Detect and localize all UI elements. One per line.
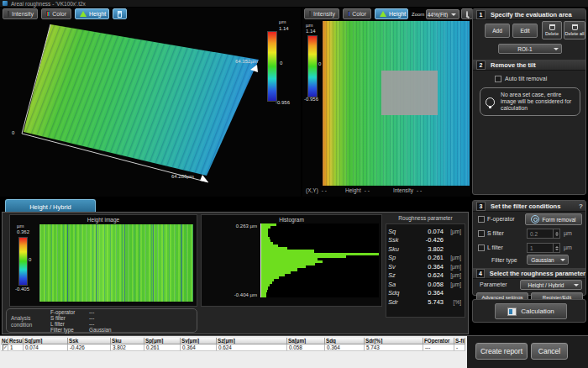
rname: Sdq bbox=[388, 289, 408, 297]
add-label: Add bbox=[492, 28, 502, 34]
histogram-bar-27 bbox=[261, 295, 266, 297]
height-button-2d[interactable]: Height bbox=[375, 8, 408, 19]
histogram-max-label: 0.263 µm bbox=[213, 223, 257, 229]
table-col-8[interactable]: Sa[µm] bbox=[287, 338, 325, 344]
histogram-min-label: -0.404 µm bbox=[210, 292, 257, 297]
runit: [µm] bbox=[444, 272, 463, 278]
table-cell-12: - bbox=[454, 344, 465, 351]
form-removal-button[interactable]: Form removal bbox=[525, 213, 582, 225]
filter-type-select[interactable]: Gaussian bbox=[527, 255, 569, 265]
titlebar: Areal roughness - 'VK100x'.t2x bbox=[0, 0, 588, 8]
roughness-row-Sdr: Sdr5.743[%] bbox=[388, 297, 463, 307]
intensity-icon bbox=[309, 11, 311, 17]
table-col-3[interactable]: Ssk bbox=[68, 338, 111, 344]
edit-button[interactable]: Edit bbox=[512, 24, 538, 38]
parameter-select[interactable]: Height / Hybrid bbox=[520, 280, 582, 290]
roughness-row-Sdq: Sdq0.364 bbox=[388, 289, 463, 298]
condition-row-S filter: S filter--- bbox=[50, 315, 195, 321]
surface-3d-render[interactable] bbox=[0, 21, 301, 196]
rval: 5.743 bbox=[408, 298, 444, 306]
calculation-panel: Calculation bbox=[472, 299, 586, 323]
table-row[interactable]: ✓10.074-0.4263.8020.2610.3640.6240.0580.… bbox=[1, 344, 465, 351]
zoom-select[interactable]: 44%(Fit) bbox=[426, 9, 459, 19]
zoom-value: 44%(Fit) bbox=[427, 12, 449, 18]
height-status-value: - - bbox=[365, 187, 370, 193]
table-col-12[interactable]: S-filter bbox=[454, 338, 465, 344]
view-3d-button[interactable] bbox=[113, 8, 127, 19]
auto-tilt-label: Auto tilt removal bbox=[505, 76, 547, 81]
calculation-icon bbox=[507, 308, 517, 316]
roi-select[interactable]: ROI-1 bbox=[498, 44, 562, 54]
roi-rectangle[interactable] bbox=[381, 71, 438, 115]
table-col-10[interactable]: Sdr[%] bbox=[365, 338, 423, 344]
axis-origin-label: 0 bbox=[12, 130, 14, 135]
height-image[interactable] bbox=[39, 224, 193, 302]
table-col-7[interactable]: Sz[µm] bbox=[217, 338, 287, 344]
condition-name: Filter type bbox=[50, 327, 89, 333]
analysis-panel: Height image µm 0.362 0 -0.405 Histogram… bbox=[2, 212, 469, 334]
intensity-button-3d[interactable]: Intensity bbox=[3, 8, 38, 19]
calculation-button[interactable]: Calculation bbox=[495, 303, 567, 319]
intensity-label: Intensity bbox=[12, 11, 34, 17]
rname: Sa bbox=[388, 281, 408, 288]
heightmap-2d-image[interactable] bbox=[323, 21, 470, 186]
table-cell-10: 5.743 bbox=[365, 344, 423, 351]
table-col-4[interactable]: Sku bbox=[111, 338, 144, 344]
xy-value: - - bbox=[322, 187, 327, 193]
s-filter-label: S filter bbox=[487, 230, 504, 236]
table-cell-5: 0.261 bbox=[144, 344, 181, 351]
condition-value: --- bbox=[89, 315, 195, 321]
runit: [µm] bbox=[444, 255, 463, 260]
delete-button[interactable]: Delete bbox=[542, 21, 562, 39]
table-col-9[interactable]: Sdq bbox=[325, 338, 365, 344]
s-filter-input[interactable]: 0.2 bbox=[527, 229, 560, 239]
table-col-2[interactable]: Sq[µm] bbox=[24, 338, 68, 344]
table-col-1[interactable]: Result bbox=[8, 338, 24, 344]
f-operator-checkbox[interactable] bbox=[478, 216, 485, 223]
section3-number: 3 bbox=[476, 202, 486, 211]
cancel-button[interactable]: Cancel bbox=[531, 343, 568, 360]
create-report-label: Create report bbox=[480, 347, 522, 355]
delete-all-button[interactable]: Delete all bbox=[564, 21, 585, 39]
height-button-3d[interactable]: Height bbox=[75, 8, 109, 19]
delete-all-label: Delete all bbox=[565, 31, 585, 36]
rval: 0.624 bbox=[408, 271, 444, 279]
intensity-status-label: Intensity bbox=[393, 187, 413, 193]
color-button-3d[interactable]: Color bbox=[41, 8, 71, 19]
spinner-icon[interactable] bbox=[553, 229, 559, 238]
intensity-button-2d[interactable]: Intensity bbox=[304, 8, 339, 19]
table-col-5[interactable]: Sp[µm] bbox=[144, 338, 181, 344]
xy-label: (X,Y) bbox=[306, 187, 318, 193]
s-filter-checkbox[interactable] bbox=[478, 230, 485, 237]
runit: [µm] bbox=[444, 281, 463, 287]
colorbar-3d bbox=[267, 31, 277, 102]
tab-label: Height / Hybrid bbox=[29, 203, 71, 211]
color-label: Color bbox=[52, 11, 66, 17]
spinner-icon[interactable] bbox=[553, 244, 559, 252]
roughness-row-Ssk: Ssk-0.426 bbox=[388, 236, 463, 245]
color-button-2d[interactable]: Color bbox=[343, 8, 371, 19]
help-icon[interactable]: ? bbox=[579, 202, 583, 210]
auto-tilt-checkbox[interactable] bbox=[495, 76, 501, 82]
l-filter-checkbox[interactable] bbox=[478, 244, 485, 251]
l-filter-input[interactable]: 1 bbox=[527, 243, 560, 253]
pixel-statusbar: (X,Y) - - Height - - Intensity - - bbox=[306, 187, 470, 193]
table-col-6[interactable]: Sv[µm] bbox=[181, 338, 217, 344]
table-cell-0: ✓ bbox=[1, 344, 8, 351]
colorbar-mid: 0 bbox=[318, 61, 321, 66]
calculation-label: Calculation bbox=[521, 308, 554, 315]
roi-value: ROI-1 bbox=[499, 46, 551, 52]
magnifier-button[interactable] bbox=[461, 8, 473, 19]
trash-icon bbox=[549, 24, 555, 30]
table-col-0[interactable]: No. bbox=[1, 338, 8, 344]
table-col-11[interactable]: FOperator bbox=[423, 338, 454, 344]
row-checkbox[interactable]: ✓ bbox=[3, 344, 8, 351]
intensity-status-value: - - bbox=[417, 187, 422, 193]
rname: Ssk bbox=[388, 236, 408, 244]
info-text: No area set case, entire image will be c… bbox=[501, 92, 575, 112]
chevron-down-icon bbox=[451, 13, 456, 16]
create-report-button[interactable]: Create report bbox=[475, 343, 528, 360]
roughness-row-Sv: Sv0.364[µm] bbox=[388, 262, 463, 271]
condition-name: F-operator bbox=[50, 309, 89, 315]
add-button[interactable]: Add bbox=[485, 24, 510, 38]
